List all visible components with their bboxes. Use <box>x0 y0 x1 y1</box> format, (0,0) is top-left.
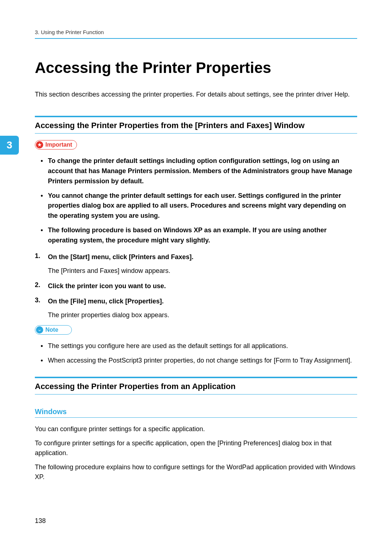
important-label: Important <box>45 142 72 148</box>
body-paragraph: The following procedure explains how to … <box>35 462 357 482</box>
list-item: You cannot change the printer default se… <box>35 191 357 221</box>
list-item: The following procedure is based on Wind… <box>35 225 357 246</box>
body-paragraph: You can configure printer settings for a… <box>35 424 357 434</box>
subsection-heading-windows: Windows <box>35 408 357 418</box>
note-callout: Note <box>35 325 72 335</box>
note-label: Note <box>45 327 58 333</box>
list-item: To change the printer default settings i… <box>35 156 357 187</box>
breadcrumb: 3. Using the Printer Function <box>35 29 357 39</box>
step-desc: The [Printers and Faxes] window appears. <box>48 266 357 276</box>
step-title: On the [File] menu, click [Properties]. <box>48 297 357 307</box>
important-list: To change the printer default settings i… <box>35 156 357 246</box>
list-item: The settings you configure here are used… <box>35 341 357 351</box>
chapter-tab: 3 <box>0 136 19 155</box>
step-item: On the [Start] menu, click [Printers and… <box>35 252 357 276</box>
important-callout: Important <box>35 140 77 150</box>
step-desc: The printer properties dialog box appear… <box>48 310 357 320</box>
step-item: Click the printer icon you want to use. <box>35 281 357 291</box>
note-list: The settings you configure here are used… <box>35 341 357 366</box>
intro-paragraph: This section describes accessing the pri… <box>35 90 357 100</box>
page-title: Accessing the Printer Properties <box>35 59 357 77</box>
step-title: On the [Start] menu, click [Printers and… <box>48 252 357 262</box>
step-title: Click the printer icon you want to use. <box>48 281 357 291</box>
list-item: When accessing the PostScript3 printer p… <box>35 356 357 366</box>
section-heading-application: Accessing the Printer Properties from an… <box>35 377 357 394</box>
page-content: 3. Using the Printer Function Accessing … <box>0 0 392 501</box>
steps-list: On the [Start] menu, click [Printers and… <box>35 252 357 320</box>
page-number: 138 <box>35 517 46 525</box>
star-icon <box>36 141 43 148</box>
body-paragraph: To configure printer settings for a spec… <box>35 438 357 458</box>
step-item: On the [File] menu, click [Properties]. … <box>35 297 357 320</box>
section-heading-printers-faxes: Accessing the Printer Properties from th… <box>35 116 357 134</box>
arrow-down-icon <box>36 326 43 334</box>
